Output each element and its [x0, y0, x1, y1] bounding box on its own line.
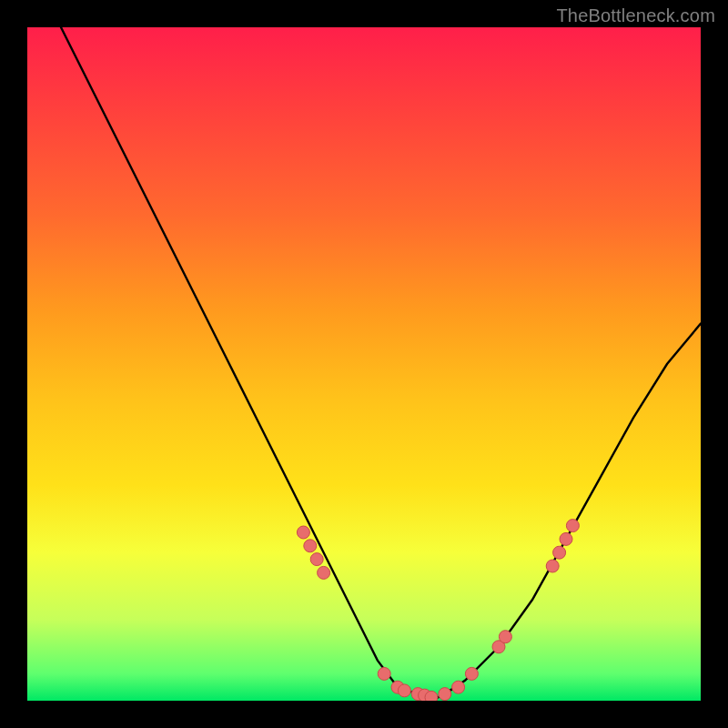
curve-dot — [310, 553, 323, 566]
curve-dot — [297, 526, 309, 539]
curve-dot — [398, 684, 410, 697]
curve-dot — [378, 667, 390, 680]
plot-area — [27, 27, 701, 701]
curve-dot — [499, 631, 511, 643]
curve-dot — [304, 540, 317, 552]
curve-dots-group — [297, 520, 579, 701]
chart-stage: TheBottleneck.com — [0, 0, 728, 728]
curve-dot — [560, 532, 572, 545]
watermark-text: TheBottleneck.com — [556, 5, 715, 26]
curve-dot — [452, 681, 465, 693]
curve-dot — [553, 546, 566, 559]
curve-dot — [566, 520, 579, 532]
curve-dot — [465, 667, 478, 680]
bottleneck-curve — [61, 27, 701, 701]
curve-dot — [425, 691, 438, 701]
curve-dot — [318, 566, 330, 579]
curve-svg — [27, 27, 701, 701]
curve-dot — [546, 560, 559, 572]
curve-dot — [439, 688, 451, 701]
